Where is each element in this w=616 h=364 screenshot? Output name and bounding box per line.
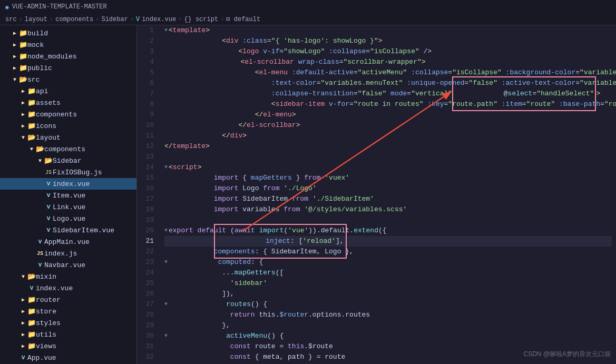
main-layout: ▶ 📁 build ▶ 📁 mock ▶ 📁 node_modules ▶ 📁 … <box>0 25 616 364</box>
tree-label: components <box>36 111 77 119</box>
watermark: CSDN @哆啦A梦的异次元口袋 <box>523 350 611 359</box>
tree-item-link-vue[interactable]: V Link.vue <box>0 201 136 213</box>
code-line-11: </div> <box>164 131 612 141</box>
tree-item-item-vue[interactable]: V Item.vue <box>0 190 136 201</box>
tree-item-sidebaritem-vue[interactable]: V SidebarItem.vue <box>0 224 136 236</box>
tree-item-styles[interactable]: ▶ 📁 styles <box>0 317 136 329</box>
bc-sep1: › <box>19 16 23 23</box>
tree-item-src[interactable]: ▼ 📂 src <box>0 74 136 85</box>
tree-label: router <box>36 296 61 304</box>
tree-item-mock[interactable]: ▶ 📁 mock <box>0 39 136 51</box>
vue-icon: V <box>44 180 53 188</box>
folder-color-icon: 📁 <box>27 307 36 316</box>
bc-vue-icon: V <box>136 16 140 23</box>
ln-28: 28 <box>141 310 154 320</box>
ln-10: 10 <box>141 120 154 131</box>
folder-color-icon: 📁 <box>19 29 27 37</box>
code-line-22: components: { SidebarItem, Logo }, <box>164 247 612 257</box>
folder-icon: ▶ <box>19 296 27 304</box>
tree-item-assets[interactable]: ▶ 📁 assets <box>0 97 136 109</box>
tree-item-components[interactable]: ▶ 📁 components <box>0 109 136 120</box>
tree-label: public <box>27 64 52 72</box>
code-editor[interactable]: 1 2 3 4 5 6 7 8 9 10 11 12 13 14 15 16 1… <box>137 25 616 364</box>
tree-label: store <box>36 308 56 316</box>
file-icon: JS <box>44 168 53 176</box>
folder-icon: ▶ <box>11 29 19 37</box>
file-tree[interactable]: ▶ 📁 build ▶ 📁 mock ▶ 📁 node_modules ▶ 📁 … <box>0 25 137 364</box>
folder-arrow-icon: ▼ <box>36 156 44 165</box>
folder-color-icon: 📁 <box>19 64 27 72</box>
tree-label: AppMain.vue <box>44 238 90 246</box>
code-line-13 <box>164 152 612 162</box>
tree-item-mixin[interactable]: ▼ 📂 mixin <box>0 271 136 282</box>
folder-icon: ▶ <box>19 330 27 339</box>
ln-8: 8 <box>141 99 154 110</box>
ln-4: 4 <box>141 57 154 67</box>
vue-icon: V <box>44 226 53 234</box>
folder-icon: ▶ <box>19 342 27 350</box>
code-line-10: </el-scrollbar> <box>164 120 612 131</box>
folder-color-icon: 📁 <box>27 296 36 304</box>
folder-arrow-icon: ▼ <box>19 272 27 281</box>
tree-label: Link.vue <box>53 203 85 211</box>
code-area: 1 2 3 4 5 6 7 8 9 10 11 12 13 14 15 16 1… <box>137 25 616 364</box>
tree-item-store[interactable]: ▶ 📁 store <box>0 306 136 317</box>
tree-item-build[interactable]: ▶ 📁 build <box>0 27 136 39</box>
ln-3: 3 <box>141 46 154 57</box>
ln-32: 32 <box>141 352 154 362</box>
tree-item-utils[interactable]: ▶ 📁 utils <box>0 329 136 340</box>
tree-label: icons <box>36 122 56 130</box>
tree-item-views[interactable]: ▶ 📁 views <box>0 340 136 352</box>
tree-item-public[interactable]: ▶ 📁 public <box>0 62 136 74</box>
code-line-15: import { mapGetters } from 'vuex' <box>164 173 612 183</box>
folder-icon: ▶ <box>19 99 27 107</box>
tree-item-mixin-index-vue[interactable]: V index.vue <box>0 282 136 294</box>
tree-item-api[interactable]: ▶ 📁 api <box>0 85 136 97</box>
tree-item-appmain-vue[interactable]: V AppMain.vue <box>0 236 136 248</box>
folder-icon: ▶ <box>11 41 19 49</box>
tree-label: layout <box>36 134 61 142</box>
ln-12: 12 <box>141 141 154 152</box>
folder-open-icon: 📂 <box>36 145 44 153</box>
vue-icon: V <box>19 353 27 362</box>
tree-label: assets <box>36 99 61 107</box>
tree-label: index.js <box>44 250 77 258</box>
folder-open-icon: 📂 <box>19 75 27 84</box>
tree-item-node-modules[interactable]: ▶ 📁 node_modules <box>0 51 136 62</box>
tree-item-index-vue[interactable]: V index.vue <box>0 178 136 190</box>
tree-item-icons[interactable]: ▶ 📁 icons <box>0 120 136 132</box>
bc-sep6: › <box>220 16 224 23</box>
vue-icon: V <box>36 238 44 246</box>
tree-label: mock <box>27 41 44 49</box>
folder-icon: ▶ <box>11 52 19 61</box>
tree-item-navbar-vue[interactable]: V Navbar.vue <box>0 259 136 271</box>
folder-color-icon: 📁 <box>27 330 36 339</box>
bc-sep2: › <box>50 16 53 23</box>
ln-5: 5 <box>141 67 154 78</box>
tree-item-sidebar[interactable]: ▼ 📂 Sidebar <box>0 155 136 166</box>
ln-9: 9 <box>141 110 154 120</box>
tree-item-layout-components[interactable]: ▼ 📂 components <box>0 143 136 155</box>
bc-layout: layout <box>25 16 47 23</box>
bc-sep5: › <box>178 16 182 23</box>
folder-open-icon: 📂 <box>44 156 53 165</box>
tree-label: build <box>27 29 48 37</box>
ln-27: 27 <box>141 299 154 310</box>
ln-1: 1 <box>141 25 154 36</box>
folder-open-icon: 📂 <box>27 272 36 281</box>
ln-19: 19 <box>141 215 154 225</box>
tree-item-index-js[interactable]: JS index.js <box>0 248 136 259</box>
ln-7: 7 <box>141 88 154 99</box>
breadcrumb: src › layout › components › Sidebar › V … <box>0 14 616 25</box>
ln-2: 2 <box>141 36 154 46</box>
tree-item-logo-vue[interactable]: V Logo.vue <box>0 213 136 224</box>
folder-color-icon: 📁 <box>27 342 36 350</box>
tree-item-router[interactable]: ▶ 📁 router <box>0 294 136 306</box>
ln-18: 18 <box>141 204 154 215</box>
tree-item-layout[interactable]: ▼ 📂 layout <box>0 132 136 143</box>
line-numbers: 1 2 3 4 5 6 7 8 9 10 11 12 13 14 15 16 1… <box>137 25 160 364</box>
tree-label: Logo.vue <box>53 215 85 223</box>
tree-item-fixiosbug[interactable]: JS FixIOSBug.js <box>0 166 136 178</box>
ln-17: 17 <box>141 194 154 204</box>
tree-item-app-vue[interactable]: V App.vue <box>0 352 136 363</box>
